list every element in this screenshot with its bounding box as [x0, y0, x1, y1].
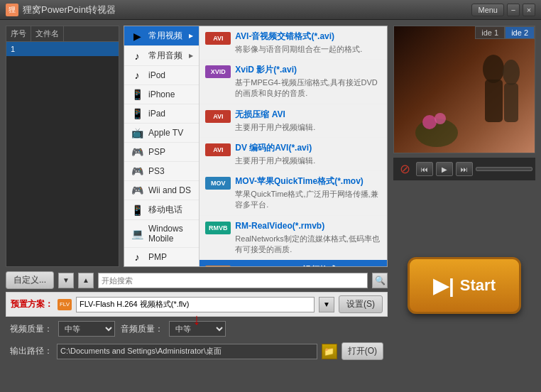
apple-tv-icon: 📺 [130, 127, 144, 138]
psp-icon: 🎮 [130, 146, 144, 158]
svg-rect-2 [485, 80, 503, 122]
sidebar-item-ps3[interactable]: 🎮 PS3 [124, 162, 199, 181]
filename-header: 文件名 [31, 26, 64, 41]
title-bar: 狸 狸窝PowerPoint转视器 Menu − × [0, 0, 541, 20]
format-list-container: AVI AVI-音视频交错格式(*.avi) 将影像与语音同期组合在一起的格式.… [200, 26, 387, 266]
folder-button[interactable]: 📁 [322, 344, 337, 359]
list-item[interactable]: RMVB RM-RealVideo(*.rmvb) RealNetworks制定… [200, 216, 387, 261]
format-desc: RealNetworks制定的流媒体格式,低码率也有可接受的画质. [235, 234, 381, 256]
sidebar-item-common-video[interactable]: ▶ 常用视频 ▶ [124, 26, 199, 46]
format-name: XviD 影片(*.avi) [235, 64, 381, 76]
audio-icon: ♪ [130, 50, 144, 62]
avi3-badge: AVI [205, 143, 231, 156]
sidebar-item-wii[interactable]: 🎮 Wii and DS [124, 181, 199, 200]
quality-row: 视频质量： 中等 低 高 音频质量： 中等 低 高 [6, 320, 388, 338]
output-path-input[interactable] [57, 344, 317, 359]
cat-label-ipod: iPod [148, 70, 193, 80]
flv-badge: FLV [205, 266, 231, 266]
sidebar-item-apple-tv[interactable]: 📺 Apple TV [124, 124, 199, 143]
start-button[interactable]: ▶| Start [408, 257, 521, 314]
search-input[interactable] [98, 273, 368, 288]
mov-badge: MOV [205, 177, 231, 190]
window-controls: Menu − × [471, 4, 535, 16]
audio-quality-select[interactable]: 中等 低 高 [169, 321, 226, 337]
format-desc: 将影像与语音同期组合在一起的格式. [235, 44, 381, 55]
sidebar-item-common-audio[interactable]: ♪ 常用音频 ▶ [124, 46, 199, 66]
avi-badge: AVI [205, 32, 231, 45]
avi2-badge: AVI [205, 110, 231, 123]
preview-area: ide 1 ide 2 [393, 26, 535, 153]
wii-icon: 🎮 [130, 185, 144, 196]
list-item[interactable]: AVI 无损压缩 AVI 主要用于用户视频编辑. [200, 104, 387, 138]
pmp-icon: ♪ [130, 251, 144, 263]
svg-point-1 [483, 55, 504, 83]
main-container: 序号 文件名 1 ▶ 常用视频 ▶ ♪ [0, 20, 541, 392]
menu-button[interactable]: Menu [471, 4, 504, 16]
no-entry-icon: ⊘ [396, 160, 413, 178]
format-name: RM-RealVideo(*.rmvb) [235, 220, 381, 232]
ipad-icon: 📱 [130, 108, 144, 119]
up-arrow-button[interactable]: ▲ [78, 273, 94, 288]
ps3-icon: 🎮 [130, 165, 144, 177]
seq-header: 序号 [6, 26, 31, 41]
progress-bar[interactable] [476, 167, 532, 171]
ipod-icon: ♪ [130, 70, 144, 81]
prev-button[interactable]: ⏮ [416, 162, 433, 176]
preset-dropdown-button[interactable]: ▼ [319, 297, 334, 312]
down-arrow-button[interactable]: ▼ [58, 273, 74, 288]
sidebar-item-ipad[interactable]: 📱 iPad [124, 104, 199, 124]
top-area: 序号 文件名 1 ▶ 常用视频 ▶ ♪ [6, 26, 388, 267]
sidebar-item-iphone[interactable]: 📱 iPhone [124, 85, 199, 104]
sidebar-item-ipod[interactable]: ♪ iPod [124, 66, 199, 85]
svg-point-7 [435, 113, 446, 124]
video-controls-bar: ⊘ ⏮ ▶ ⏭ [393, 158, 535, 180]
bottom-section: 自定义... ▼ ▲ 🔍 预置方案： FLV ▼ 设置(S) ↓ 视频质量： [6, 271, 388, 361]
list-item[interactable]: AVI DV 编码的AVI(*.avi) 主要用于用户视频编辑. [200, 138, 387, 171]
list-item[interactable]: MOV MOV-苹果QuickTime格式(*.mov) 苹果QuickTime… [200, 171, 387, 216]
sidebar-item-mobile[interactable]: 📱 移动电话 [124, 200, 199, 220]
format-name: FLV-Flash H.264 视频格式(*.flv) [235, 264, 381, 266]
settings-button[interactable]: 设置(S) [339, 295, 383, 313]
preview-tabs: ide 1 ide 2 [475, 26, 535, 39]
file-list-header: 序号 文件名 [6, 26, 119, 42]
custom-button[interactable]: 自定义... [6, 271, 54, 289]
list-item[interactable]: XVID XviD 影片(*.avi) 基于MPEG4-视频压缩格式,具有接近D… [200, 60, 387, 104]
preview-svg [394, 26, 535, 153]
format-list: AVI AVI-音视频交错格式(*.avi) 将影像与语音同期组合在一起的格式.… [200, 26, 387, 266]
cat-label-common-audio: 常用音频 [148, 50, 189, 62]
start-button-area: ▶| Start [393, 185, 535, 386]
list-item[interactable]: AVI AVI-音视频交错格式(*.avi) 将影像与语音同期组合在一起的格式. [200, 26, 387, 60]
next-button[interactable]: ⏭ [456, 162, 473, 176]
menu-panel: ▶ 常用视频 ▶ ♪ 常用音频 ▶ ♪ iPod 📱 [124, 26, 388, 267]
table-row[interactable]: 1 [6, 42, 119, 56]
play-button[interactable]: ▶ [436, 162, 453, 176]
iphone-icon: 📱 [130, 89, 144, 100]
preset-select[interactable] [76, 297, 315, 312]
search-button[interactable]: 🔍 [372, 273, 388, 288]
preview-image [394, 26, 535, 153]
left-panel: 序号 文件名 1 ▶ 常用视频 ▶ ♪ [6, 26, 388, 386]
xvid-badge: XVID [205, 65, 231, 78]
open-button[interactable]: 打开(O) [341, 342, 383, 360]
preview-tab-2[interactable]: ide 2 [505, 26, 535, 39]
format-name: MOV-苹果QuickTime格式(*.mov) [235, 175, 381, 187]
sidebar-item-psp[interactable]: 🎮 PSP [124, 143, 199, 162]
minimize-button[interactable]: − [507, 4, 520, 16]
output-row: 输出路径： 📁 打开(O) [6, 341, 388, 361]
format-name: 无损压缩 AVI [235, 109, 381, 121]
svg-rect-4 [504, 83, 518, 122]
preview-tab-1[interactable]: ide 1 [475, 26, 505, 39]
category-list: ▶ 常用视频 ▶ ♪ 常用音频 ▶ ♪ iPod 📱 [124, 26, 200, 266]
cat-label-ps3: PS3 [148, 166, 193, 176]
sidebar-item-pmp[interactable]: ♪ PMP [124, 248, 199, 266]
close-button[interactable]: × [523, 4, 535, 16]
seq-cell: 1 [11, 45, 15, 53]
svg-point-6 [422, 115, 437, 129]
cat-label-apple-tv: Apple TV [148, 128, 193, 138]
rmvb-badge: RMVB [205, 222, 231, 234]
video-quality-select[interactable]: 中等 低 高 [58, 321, 115, 337]
format-desc: 主要用于用户视频编辑. [235, 122, 381, 133]
list-item[interactable]: FLV FLV-Flash H.264 视频格式(*.flv) 广泛应用的网络视… [200, 260, 387, 266]
sidebar-item-windows-mobile[interactable]: 💻 Windows Mobile [124, 220, 199, 248]
format-name: DV 编码的AVI(*.avi) [235, 142, 381, 154]
